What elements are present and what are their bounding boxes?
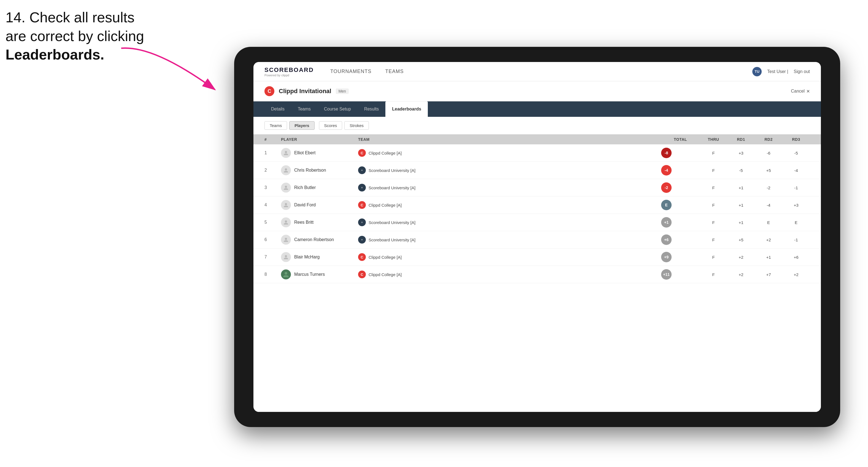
svg-point-1 — [285, 151, 287, 153]
filter-teams[interactable]: Teams — [265, 121, 287, 130]
total-cell: +9 — [661, 252, 700, 262]
total-cell: +1 — [661, 217, 700, 227]
rd2-val: -4 — [755, 203, 782, 208]
rd2-val: -6 — [755, 151, 782, 155]
total-cell: +6 — [661, 235, 700, 245]
thru-val: F — [700, 238, 727, 242]
nav-tournaments[interactable]: TOURNAMENTS — [330, 69, 372, 74]
col-team: TEAM — [358, 137, 661, 142]
team-name: Clippd College [A] — [369, 151, 402, 155]
svg-point-5 — [285, 220, 287, 223]
team-name: Scoreboard University [A] — [369, 168, 415, 173]
avatar — [281, 252, 291, 262]
filter-row: Teams Players Scores Strokes — [253, 117, 821, 134]
team-cell: C Clippd College [A] — [358, 253, 661, 261]
rd1-val: +5 — [727, 238, 755, 242]
total-cell: -8 — [661, 148, 700, 158]
table-row: 7 Blair McHarg C Clippd College [A] +9 F… — [253, 249, 821, 266]
team-name: Clippd College [A] — [369, 255, 402, 259]
team-logo: C — [358, 201, 366, 209]
avatar — [281, 165, 291, 175]
tournament-title-area: C Clippd Invitational Men — [265, 86, 349, 96]
rank: 8 — [265, 272, 281, 277]
tablet-frame: SCOREBOARD Powered by clippd TOURNAMENTS… — [234, 47, 840, 427]
score-badge: +11 — [661, 269, 672, 280]
nav-teams[interactable]: TEAMS — [385, 69, 404, 74]
rd3-val: +6 — [782, 255, 810, 259]
table-row: 1 Elliot Ebert C Clippd College [A] -8 F… — [253, 144, 821, 162]
total-cell: +11 — [661, 269, 700, 280]
avatar — [281, 270, 291, 279]
svg-point-6 — [285, 238, 287, 240]
user-name: Test User | — [767, 69, 788, 74]
player-cell: Cameron Robertson — [281, 235, 358, 245]
tab-results[interactable]: Results — [358, 101, 385, 117]
total-cell: -4 — [661, 165, 700, 176]
svg-point-7 — [285, 255, 287, 257]
tab-details[interactable]: Details — [265, 101, 291, 117]
team-cell: ≡ Scoreboard University [A] — [358, 166, 661, 174]
rd3-val: -4 — [782, 168, 810, 173]
tab-teams[interactable]: Teams — [291, 101, 317, 117]
table-row: 4 David Ford C Clippd College [A] E F +1… — [253, 196, 821, 214]
table-row: 5 Rees Britt ≡ Scoreboard University [A]… — [253, 214, 821, 231]
col-rd1: RD1 — [727, 137, 755, 142]
leaderboard-table: # PLAYER TEAM TOTAL THRU RD1 RD2 RD3 1 E… — [253, 134, 821, 412]
rd2-val: +5 — [755, 168, 782, 173]
thru-val: F — [700, 168, 727, 173]
rd1-val: -5 — [727, 168, 755, 173]
table-header: # PLAYER TEAM TOTAL THRU RD1 RD2 RD3 — [253, 134, 821, 144]
team-cell: ≡ Scoreboard University [A] — [358, 236, 661, 244]
player-name: Marcus Turners — [294, 272, 325, 277]
top-nav: SCOREBOARD Powered by clippd TOURNAMENTS… — [253, 62, 821, 81]
filter-scores[interactable]: Scores — [319, 121, 342, 130]
cancel-button[interactable]: Cancel ✕ — [791, 89, 810, 94]
total-cell: E — [661, 200, 700, 210]
sign-out-link[interactable]: Sign out — [794, 69, 810, 74]
team-logo: ≡ — [358, 236, 366, 244]
rd3-val: +2 — [782, 272, 810, 277]
score-badge: -8 — [661, 148, 672, 158]
nav-right: TU Test User | Sign out — [752, 67, 810, 76]
tournament-icon: C — [265, 86, 274, 96]
player-name: David Ford — [294, 203, 316, 208]
rd3-val: +3 — [782, 203, 810, 208]
svg-point-8 — [284, 272, 287, 275]
team-logo: C — [358, 253, 366, 261]
player-name: Rees Britt — [294, 220, 313, 225]
col-rd2: RD2 — [755, 137, 782, 142]
tab-course-setup[interactable]: Course Setup — [317, 101, 358, 117]
player-name: Rich Butler — [294, 185, 316, 190]
tournament-badge: Men — [336, 88, 349, 94]
rank: 6 — [265, 237, 281, 242]
rd2-val: +7 — [755, 272, 782, 277]
thru-val: F — [700, 203, 727, 208]
rd2-val: -2 — [755, 185, 782, 190]
filter-players[interactable]: Players — [289, 121, 314, 130]
team-name: Clippd College [A] — [369, 272, 402, 277]
table-row: 8 Marcus Turners C Clippd College [A] +1… — [253, 266, 821, 283]
player-name: Cameron Robertson — [294, 237, 334, 242]
instruction-text: 14. Check all results are correct by cli… — [5, 8, 144, 64]
filter-strokes[interactable]: Strokes — [344, 121, 369, 130]
svg-point-2 — [285, 168, 287, 170]
col-total: TOTAL — [661, 137, 700, 142]
col-rank: # — [265, 137, 281, 142]
thru-val: F — [700, 185, 727, 190]
rank: 3 — [265, 185, 281, 190]
team-name: Scoreboard University [A] — [369, 185, 415, 190]
tab-leaderboards[interactable]: Leaderboards — [385, 101, 428, 117]
score-badge: -2 — [661, 182, 672, 193]
total-cell: -2 — [661, 182, 700, 193]
thru-val: F — [700, 272, 727, 277]
rd2-val: +1 — [755, 255, 782, 259]
avatar — [281, 183, 291, 193]
team-name: Scoreboard University [A] — [369, 220, 415, 225]
rank: 1 — [265, 150, 281, 155]
thru-val: F — [700, 255, 727, 259]
score-badge: +1 — [661, 217, 672, 227]
team-cell: C Clippd College [A] — [358, 149, 661, 157]
avatar — [281, 235, 291, 245]
team-logo: ≡ — [358, 218, 366, 226]
avatar — [281, 217, 291, 227]
